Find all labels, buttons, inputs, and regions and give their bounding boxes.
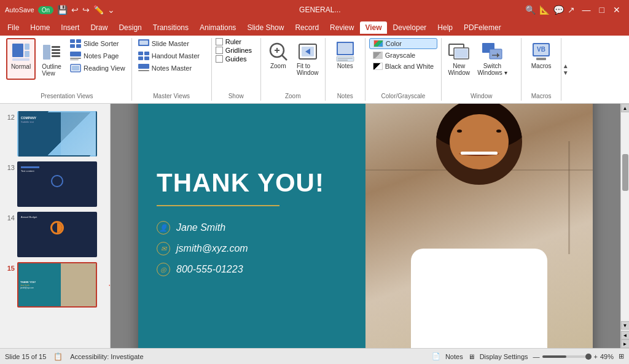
switch-windows-button[interactable]: SwitchWindows ▾ <box>475 38 509 79</box>
slide-thumbnail-15[interactable]: 15 THANK YOU! Jane Smith jsmith@xyz.com … <box>0 260 110 310</box>
slide-content-box: THANK YOU! 👤 Jane Smith ✉ jsmith@xyz.com… <box>138 104 388 348</box>
slide-master-label: Slide Master <box>152 40 189 47</box>
fit-to-window-button[interactable]: Fit toWindow <box>294 38 321 79</box>
undo-icon[interactable]: ↩ <box>71 5 79 15</box>
guides-checkbox[interactable]: Guides <box>216 55 252 63</box>
svg-rect-25 <box>138 70 149 71</box>
slide-thumbnail-13[interactable]: 13 Text content <box>0 159 110 209</box>
person-icon: 👤 <box>157 221 170 234</box>
ruler-checkbox[interactable]: Ruler <box>216 38 252 45</box>
more-icon[interactable]: ⌄ <box>107 5 115 15</box>
redo-icon[interactable]: ↪ <box>82 5 90 15</box>
normal-view-button[interactable]: Normal <box>6 38 36 80</box>
svg-rect-2 <box>25 51 29 57</box>
zoom-handle[interactable] <box>585 354 592 360</box>
scroll-thumb[interactable] <box>622 154 628 191</box>
zoom-plus[interactable]: + <box>594 353 598 360</box>
comment-icon[interactable]: 💬 <box>553 5 564 15</box>
zoom-label: Zoom <box>270 63 286 69</box>
slide-master-button[interactable]: Slide Master <box>136 38 202 49</box>
phone-text: 800-555-01223 <box>176 264 243 275</box>
slide-sorter-icon <box>70 39 81 48</box>
window-controls: — □ ✕ <box>579 5 624 15</box>
scroll-down-button[interactable]: ▼ <box>621 321 630 330</box>
menu-view[interactable]: View <box>360 21 386 34</box>
color-button[interactable]: Color <box>369 38 437 49</box>
zoom-minus[interactable]: — <box>533 353 540 360</box>
gridlines-checkbox[interactable]: Gridlines <box>216 47 252 54</box>
ribbon-scroll-button[interactable]: ▲▼ <box>561 38 569 101</box>
title-bar: AutoSave On 💾 ↩ ↪ ✏️ ⌄ GENERAL... 🔍 📐 💬 … <box>0 0 629 20</box>
menu-review[interactable]: Review <box>325 21 359 34</box>
menu-animations[interactable]: Animations <box>195 21 241 34</box>
slide-thumbnail-14[interactable]: 14 Annual Budget <box>0 209 110 260</box>
reading-view-button[interactable]: Reading View <box>68 63 128 74</box>
zoom-control: — + 49% <box>533 353 614 360</box>
notes-master-button[interactable]: Notes Master <box>136 63 202 74</box>
menu-insert[interactable]: Insert <box>56 21 84 34</box>
menu-help[interactable]: Help <box>432 21 458 34</box>
slide-sorter-button[interactable]: Slide Sorter <box>68 38 128 49</box>
zoom-percent: 49% <box>600 353 614 360</box>
ribbon-group-notes: Notes Notes <box>326 38 365 101</box>
share-icon[interactable]: ↗ <box>568 5 575 15</box>
menu-slideshow[interactable]: Slide Show <box>242 21 289 34</box>
svg-line-27 <box>282 55 287 60</box>
pv-right-buttons: Slide Sorter Notes Page <box>68 38 128 74</box>
notes-master-icon <box>138 64 149 72</box>
menu-design[interactable]: Design <box>114 21 146 34</box>
ribbon-group-zoom: Zoom Fit toWindow Zoom <box>261 38 326 101</box>
slide-thumbnail-12[interactable]: 12 COMPANY Subtitle text <box>0 109 110 159</box>
handout-master-button[interactable]: Handout Master <box>136 50 202 61</box>
slide-number-14: 14 <box>2 212 15 222</box>
autosave-toggle[interactable]: On <box>38 6 53 14</box>
scroll-prev-button[interactable]: ◄ <box>621 331 630 339</box>
accessibility-text[interactable]: Accessibility: Investigate <box>70 353 143 360</box>
svg-rect-6 <box>52 49 60 51</box>
menu-pdfelemer[interactable]: PDFelemer <box>459 21 506 34</box>
decorative-line <box>157 205 279 206</box>
outline-view-button[interactable]: OutlineView <box>37 38 66 80</box>
display-settings-icon: 🖥 <box>468 353 475 360</box>
outline-label: OutlineView <box>42 63 61 77</box>
zoom-slider-track[interactable] <box>542 355 592 358</box>
macros-button[interactable]: VB Macros <box>525 38 557 80</box>
close-button[interactable]: ✕ <box>609 5 624 15</box>
email-text: jsmith@xyz.com <box>176 243 248 254</box>
ribbon-icon[interactable]: 📐 <box>539 5 550 15</box>
search-icon[interactable]: 🔍 <box>525 5 536 15</box>
ribbon: Normal OutlineView <box>0 36 629 104</box>
gridlines-label: Gridlines <box>225 47 252 54</box>
ribbon-group-master-views: Slide Master Handout Master <box>132 38 212 101</box>
save-icon[interactable]: 💾 <box>57 5 68 15</box>
menu-home[interactable]: Home <box>25 21 55 34</box>
minimize-button[interactable]: — <box>579 5 595 15</box>
menu-transitions[interactable]: Transitions <box>148 21 193 34</box>
gridlines-cb-box <box>216 47 223 54</box>
notes-page-button[interactable]: Notes Page <box>68 50 128 61</box>
phone-icon: ◎ <box>157 263 170 276</box>
menu-file[interactable]: File <box>2 21 24 34</box>
menu-bar: File Home Insert Draw Design Transitions… <box>0 20 629 36</box>
notes-button[interactable]: Notes <box>329 38 361 80</box>
fit-window-label: Fit toWindow <box>297 63 319 76</box>
menu-record[interactable]: Record <box>290 21 324 34</box>
email-icon: ✉ <box>157 242 170 255</box>
ruler-cb-box <box>216 38 223 45</box>
black-white-button[interactable]: Black and White <box>369 61 437 71</box>
scroll-next-button[interactable]: ► <box>621 339 630 348</box>
scroll-up-button[interactable]: ▲ <box>621 104 630 112</box>
pen-icon[interactable]: ✏️ <box>93 5 104 15</box>
maximize-button[interactable]: □ <box>596 5 608 15</box>
notes-status-button[interactable]: Notes <box>445 353 463 360</box>
display-settings-button[interactable]: Display Settings <box>480 353 528 360</box>
fit-view-icon[interactable]: ⊞ <box>619 352 624 360</box>
main-slide: THANK YOU! 👤 Jane Smith ✉ jsmith@xyz.com… <box>138 104 593 348</box>
notes-status-icon: 📄 <box>432 352 440 360</box>
grayscale-button[interactable]: Grayscale <box>369 50 437 60</box>
menu-developer[interactable]: Developer <box>388 21 432 34</box>
new-window-button[interactable]: NewWindow <box>445 38 472 79</box>
menu-draw[interactable]: Draw <box>85 21 112 34</box>
presentation-views-label: Presentation Views <box>6 93 128 99</box>
zoom-button[interactable]: Zoom <box>265 38 292 72</box>
